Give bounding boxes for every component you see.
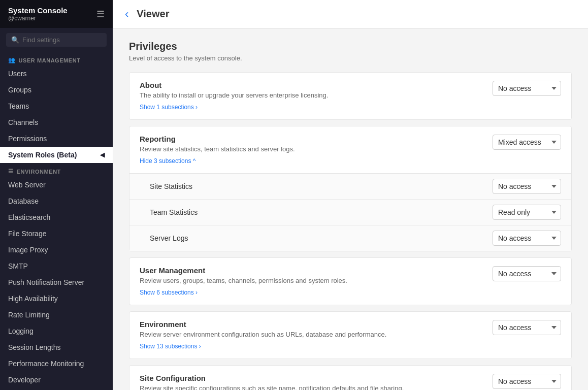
priv-name-user-management: User Management (140, 266, 493, 275)
sidebar-item-logging[interactable]: Logging (0, 323, 113, 339)
search-icon: 🔍 (11, 36, 19, 44)
page-title: Viewer (137, 8, 169, 20)
priv-card-site-configuration: Site Configuration Review site specific … (129, 365, 572, 390)
priv-info-site-configuration: Site Configuration Review site specific … (140, 374, 493, 390)
priv-info-user-management: User Management Review users, groups, te… (140, 266, 493, 297)
subsection-row-site-statistics: Site Statistics No access Read only Read… (129, 174, 571, 200)
priv-card-reporting: Reporting Review site statistics, team s… (129, 126, 572, 251)
priv-toggle-user-management[interactable]: Show 6 subsections › (140, 289, 198, 296)
sidebar-item-users[interactable]: Users (0, 66, 113, 82)
topbar: ‹ Viewer (113, 0, 588, 28)
priv-select-about[interactable]: No access Read only Read and write Mixed… (493, 81, 561, 96)
priv-card-about: About The ability to install or upgrade … (129, 72, 572, 120)
priv-desc-reporting: Review site statistics, team statistics … (140, 145, 493, 153)
sidebar-item-push-notification[interactable]: Push Notification Server (0, 274, 113, 290)
sidebar-item-session-lengths[interactable]: Session Lengths (0, 339, 113, 355)
priv-select-reporting[interactable]: No access Read only Read and write Mixed… (493, 135, 561, 150)
priv-name-about: About (140, 81, 493, 89)
sidebar-item-teams[interactable]: Teams (0, 98, 113, 114)
sidebar-item-image-proxy[interactable]: Image Proxy (0, 242, 113, 258)
main-content: ‹ Viewer Privileges Level of access to t… (113, 0, 588, 390)
priv-card-environment: Environment Review server environment co… (129, 311, 572, 359)
section-label-user-management: 👥 USER MANAGEMENT (0, 52, 113, 66)
back-button[interactable]: ‹ (125, 8, 128, 21)
subsections-reporting: Site Statistics No access Read only Read… (129, 173, 571, 251)
sidebar-item-developer[interactable]: Developer (0, 372, 113, 388)
priv-select-site-statistics[interactable]: No access Read only Read and write (493, 179, 561, 194)
privileges-subtitle: Level of access to the system console. (129, 54, 572, 62)
subsection-row-team-statistics: Team Statistics No access Read only Read… (129, 200, 571, 225)
sidebar-item-high-availability[interactable]: High Availability (0, 290, 113, 307)
sidebar-search-box[interactable]: 🔍 (6, 33, 107, 47)
sidebar-item-channels[interactable]: Channels (0, 114, 113, 131)
priv-select-wrap-environment: No access Read only Read and write Mixed… (493, 320, 561, 335)
subsection-row-server-logs: Server Logs No access Read only Read and… (129, 225, 571, 251)
priv-select-wrap-about: No access Read only Read and write Mixed… (493, 81, 561, 96)
priv-info-about: About The ability to install or upgrade … (140, 81, 493, 111)
priv-card-user-management: User Management Review users, groups, te… (129, 257, 572, 305)
priv-toggle-environment[interactable]: Show 13 subsections › (140, 343, 201, 350)
priv-row-site-configuration: Site Configuration Review site specific … (129, 366, 571, 390)
priv-desc-site-configuration: Review site specific configurations such… (140, 384, 493, 390)
search-input[interactable] (22, 36, 102, 44)
subsection-name-site-statistics: Site Statistics (150, 182, 192, 190)
sidebar-item-elasticsearch[interactable]: Elasticsearch (0, 209, 113, 225)
privileges-title: Privileges (129, 41, 572, 52)
sidebar-username: @cwarner (8, 15, 68, 22)
subsection-name-team-statistics: Team Statistics (150, 208, 198, 216)
sidebar-item-file-storage[interactable]: File Storage (0, 225, 113, 242)
priv-desc-environment: Review server environment configuration … (140, 331, 493, 338)
hamburger-icon[interactable]: ☰ (96, 9, 105, 20)
sidebar-item-smtp[interactable]: SMTP (0, 258, 113, 274)
priv-toggle-about[interactable]: Show 1 subsections › (140, 104, 198, 111)
priv-name-environment: Environment (140, 320, 493, 329)
priv-desc-about: The ability to install or upgrade your s… (140, 91, 493, 99)
priv-info-environment: Environment Review server environment co… (140, 320, 493, 350)
subsection-name-server-logs: Server Logs (150, 234, 188, 242)
priv-info-reporting: Reporting Review site statistics, team s… (140, 135, 493, 165)
sidebar-item-database[interactable]: Database (0, 193, 113, 209)
priv-select-environment[interactable]: No access Read only Read and write Mixed… (493, 320, 561, 335)
sidebar-item-system-roles[interactable]: System Roles (Beta) ◀ (0, 147, 113, 163)
priv-select-wrap-reporting: No access Read only Read and write Mixed… (493, 135, 561, 150)
sidebar-item-web-server[interactable]: Web Server (0, 177, 113, 193)
priv-row-about: About The ability to install or upgrade … (129, 73, 571, 119)
sidebar-item-performance-monitoring[interactable]: Performance Monitoring (0, 355, 113, 372)
section-label-environment: ☰ ENVIRONMENT (0, 163, 113, 177)
sidebar: System Console @cwarner ☰ 🔍 👥 USER MANAG… (0, 0, 113, 390)
priv-select-wrap-user-management: No access Read only Read and write Mixed… (493, 266, 561, 281)
priv-row-reporting: Reporting Review site statistics, team s… (129, 126, 571, 173)
priv-toggle-reporting[interactable]: Hide 3 subsections ^ (140, 157, 195, 165)
sidebar-header-info: System Console @cwarner (8, 6, 68, 22)
priv-row-environment: Environment Review server environment co… (129, 312, 571, 359)
sidebar-item-rate-limiting[interactable]: Rate Limiting (0, 307, 113, 323)
users-group-icon: 👥 (8, 57, 16, 63)
priv-select-server-logs[interactable]: No access Read only Read and write (493, 231, 561, 246)
priv-name-reporting: Reporting (140, 135, 493, 143)
priv-select-user-management[interactable]: No access Read only Read and write Mixed… (493, 266, 561, 281)
priv-desc-user-management: Review users, groups, teams, channels, p… (140, 277, 493, 284)
priv-select-team-statistics[interactable]: No access Read only Read and write (493, 205, 561, 220)
sidebar-item-permissions[interactable]: Permissions (0, 131, 113, 147)
sidebar-item-groups[interactable]: Groups (0, 82, 113, 98)
active-arrow-icon: ◀ (100, 151, 105, 158)
priv-name-site-configuration: Site Configuration (140, 374, 493, 382)
priv-select-site-configuration[interactable]: No access Read only Read and write Mixed… (493, 374, 561, 389)
environment-icon: ☰ (8, 168, 14, 175)
priv-row-user-management: User Management Review users, groups, te… (129, 258, 571, 305)
priv-select-wrap-site-configuration: No access Read only Read and write Mixed… (493, 374, 561, 389)
content-area: Privileges Level of access to the system… (113, 28, 588, 390)
app-title: System Console (8, 6, 68, 15)
sidebar-header: System Console @cwarner ☰ (0, 0, 113, 28)
